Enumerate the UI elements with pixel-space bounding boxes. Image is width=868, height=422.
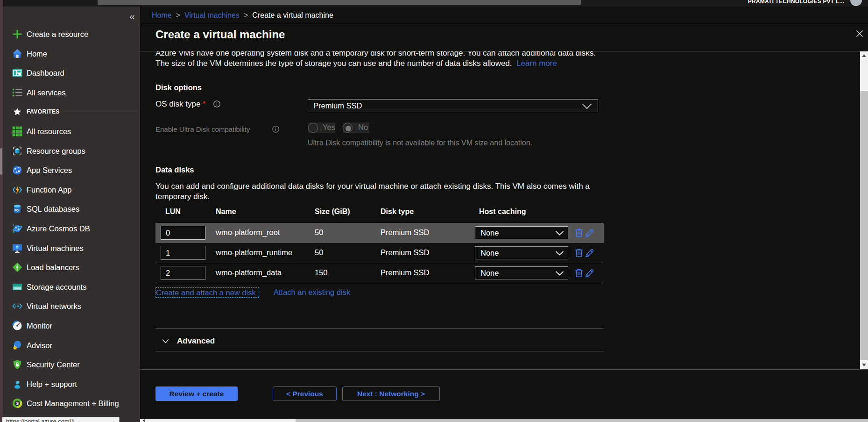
svg-text:SQL: SQL (14, 209, 21, 212)
svg-text:$: $ (16, 401, 18, 406)
